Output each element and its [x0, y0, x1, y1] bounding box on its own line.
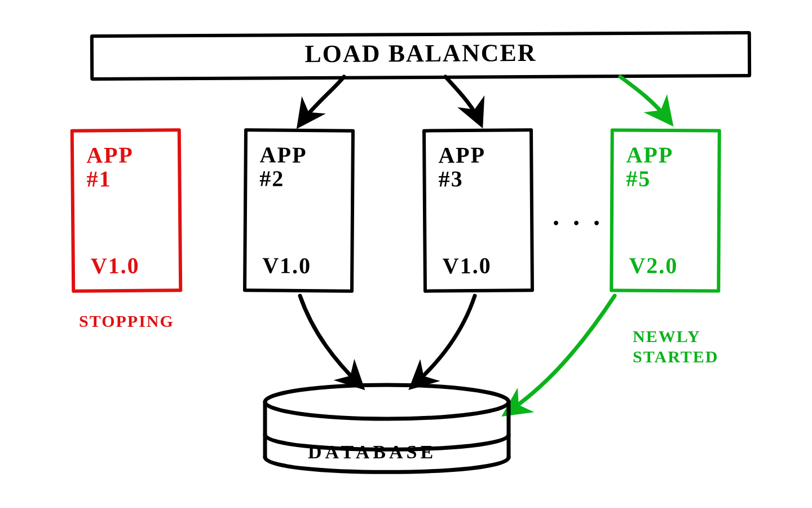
app-1-num: #1 — [86, 165, 167, 192]
app-3-box: APP #3 V1.0 — [422, 128, 534, 292]
app-5-status-l1: NEWLY — [633, 327, 701, 345]
app-5-status: NEWLY STARTED — [633, 326, 718, 367]
app-3-ver: V1.0 — [443, 253, 492, 279]
svg-point-0 — [265, 385, 509, 419]
app-1-status: STOPPING — [79, 312, 174, 331]
arrow-lb-to-app5 — [620, 77, 670, 122]
app-1-name: APP — [86, 142, 167, 168]
app-2-ver: V1.0 — [262, 253, 311, 279]
ellipsis: . . . — [553, 200, 603, 231]
app-2-num: #2 — [259, 166, 341, 192]
app-1-ver: V1.0 — [91, 253, 140, 279]
arrow-app3-to-db — [413, 296, 475, 386]
load-balancer-label: LOAD BALANCER — [304, 39, 536, 68]
app-5-name: APP — [626, 142, 707, 169]
arrow-app5-to-db — [506, 296, 615, 413]
app-5-status-l2: STARTED — [633, 347, 718, 366]
app-5-num: #5 — [626, 166, 707, 192]
app-5-ver: V2.0 — [629, 253, 678, 279]
app-3-name: APP — [438, 142, 519, 168]
app-2-name: APP — [260, 142, 341, 169]
app-2-box: APP #2 V1.0 — [243, 128, 355, 292]
load-balancer-box: LOAD BALANCER — [90, 31, 751, 81]
arrow-app2-to-db — [300, 296, 361, 386]
app-1-box: APP #1 V1.0 — [70, 128, 183, 293]
arrow-lb-to-app3 — [445, 77, 480, 123]
arrow-lb-to-app2 — [300, 77, 344, 124]
app-5-box: APP #5 V2.0 — [610, 128, 721, 292]
app-3-num: #3 — [438, 165, 519, 192]
database-label: DATABASE — [308, 441, 436, 463]
